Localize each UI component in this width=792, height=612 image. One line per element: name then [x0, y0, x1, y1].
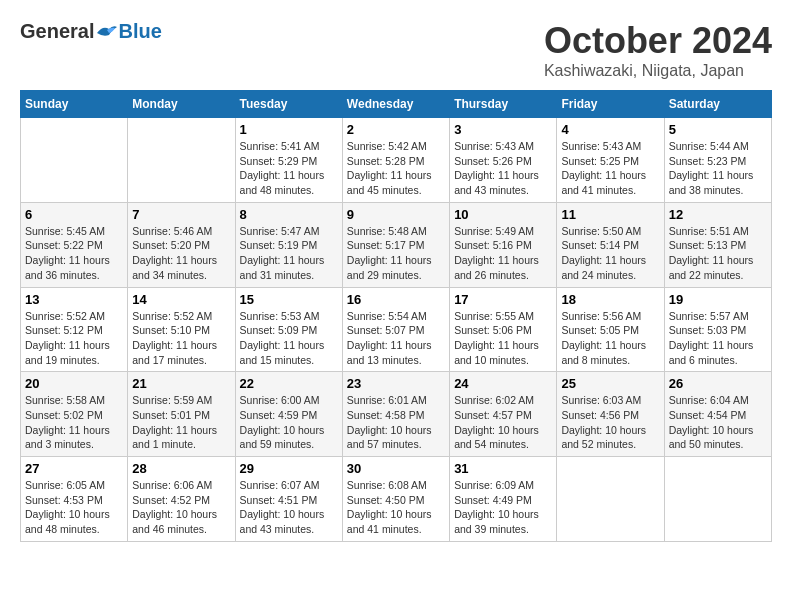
day-info: Sunrise: 6:02 AMSunset: 4:57 PMDaylight:…	[454, 393, 552, 452]
table-row: 6 Sunrise: 5:45 AMSunset: 5:22 PMDayligh…	[21, 202, 128, 287]
table-row: 22 Sunrise: 6:00 AMSunset: 4:59 PMDaylig…	[235, 372, 342, 457]
day-info: Sunrise: 5:53 AMSunset: 5:09 PMDaylight:…	[240, 309, 338, 368]
header-saturday: Saturday	[664, 91, 771, 118]
day-number: 6	[25, 207, 123, 222]
header-tuesday: Tuesday	[235, 91, 342, 118]
day-number: 8	[240, 207, 338, 222]
table-row: 20 Sunrise: 5:58 AMSunset: 5:02 PMDaylig…	[21, 372, 128, 457]
day-number: 24	[454, 376, 552, 391]
table-row: 13 Sunrise: 5:52 AMSunset: 5:12 PMDaylig…	[21, 287, 128, 372]
table-row: 17 Sunrise: 5:55 AMSunset: 5:06 PMDaylig…	[450, 287, 557, 372]
day-number: 26	[669, 376, 767, 391]
table-row: 7 Sunrise: 5:46 AMSunset: 5:20 PMDayligh…	[128, 202, 235, 287]
table-row: 19 Sunrise: 5:57 AMSunset: 5:03 PMDaylig…	[664, 287, 771, 372]
day-info: Sunrise: 5:48 AMSunset: 5:17 PMDaylight:…	[347, 224, 445, 283]
header-sunday: Sunday	[21, 91, 128, 118]
day-info: Sunrise: 5:57 AMSunset: 5:03 PMDaylight:…	[669, 309, 767, 368]
table-row: 21 Sunrise: 5:59 AMSunset: 5:01 PMDaylig…	[128, 372, 235, 457]
day-number: 9	[347, 207, 445, 222]
table-row: 28 Sunrise: 6:06 AMSunset: 4:52 PMDaylig…	[128, 457, 235, 542]
table-row: 1 Sunrise: 5:41 AMSunset: 5:29 PMDayligh…	[235, 118, 342, 203]
table-row: 16 Sunrise: 5:54 AMSunset: 5:07 PMDaylig…	[342, 287, 449, 372]
table-row	[664, 457, 771, 542]
table-row: 23 Sunrise: 6:01 AMSunset: 4:58 PMDaylig…	[342, 372, 449, 457]
logo: General Blue	[20, 20, 162, 43]
table-row: 12 Sunrise: 5:51 AMSunset: 5:13 PMDaylig…	[664, 202, 771, 287]
day-number: 21	[132, 376, 230, 391]
day-info: Sunrise: 5:45 AMSunset: 5:22 PMDaylight:…	[25, 224, 123, 283]
day-number: 20	[25, 376, 123, 391]
table-row: 24 Sunrise: 6:02 AMSunset: 4:57 PMDaylig…	[450, 372, 557, 457]
day-number: 30	[347, 461, 445, 476]
table-row: 29 Sunrise: 6:07 AMSunset: 4:51 PMDaylig…	[235, 457, 342, 542]
day-info: Sunrise: 5:50 AMSunset: 5:14 PMDaylight:…	[561, 224, 659, 283]
calendar-week-4: 20 Sunrise: 5:58 AMSunset: 5:02 PMDaylig…	[21, 372, 772, 457]
day-number: 4	[561, 122, 659, 137]
header-friday: Friday	[557, 91, 664, 118]
day-number: 23	[347, 376, 445, 391]
table-row: 11 Sunrise: 5:50 AMSunset: 5:14 PMDaylig…	[557, 202, 664, 287]
day-info: Sunrise: 5:43 AMSunset: 5:26 PMDaylight:…	[454, 139, 552, 198]
calendar-header-row: Sunday Monday Tuesday Wednesday Thursday…	[21, 91, 772, 118]
day-info: Sunrise: 6:01 AMSunset: 4:58 PMDaylight:…	[347, 393, 445, 452]
day-number: 19	[669, 292, 767, 307]
table-row: 4 Sunrise: 5:43 AMSunset: 5:25 PMDayligh…	[557, 118, 664, 203]
table-row: 18 Sunrise: 5:56 AMSunset: 5:05 PMDaylig…	[557, 287, 664, 372]
calendar-week-1: 1 Sunrise: 5:41 AMSunset: 5:29 PMDayligh…	[21, 118, 772, 203]
day-number: 5	[669, 122, 767, 137]
location-title: Kashiwazaki, Niigata, Japan	[544, 62, 772, 80]
table-row: 2 Sunrise: 5:42 AMSunset: 5:28 PMDayligh…	[342, 118, 449, 203]
day-info: Sunrise: 5:42 AMSunset: 5:28 PMDaylight:…	[347, 139, 445, 198]
day-number: 3	[454, 122, 552, 137]
day-number: 14	[132, 292, 230, 307]
table-row: 8 Sunrise: 5:47 AMSunset: 5:19 PMDayligh…	[235, 202, 342, 287]
day-info: Sunrise: 5:55 AMSunset: 5:06 PMDaylight:…	[454, 309, 552, 368]
day-number: 7	[132, 207, 230, 222]
logo-blue-text: Blue	[118, 20, 161, 43]
table-row: 25 Sunrise: 6:03 AMSunset: 4:56 PMDaylig…	[557, 372, 664, 457]
day-info: Sunrise: 5:41 AMSunset: 5:29 PMDaylight:…	[240, 139, 338, 198]
calendar-week-2: 6 Sunrise: 5:45 AMSunset: 5:22 PMDayligh…	[21, 202, 772, 287]
day-info: Sunrise: 6:00 AMSunset: 4:59 PMDaylight:…	[240, 393, 338, 452]
calendar-table: Sunday Monday Tuesday Wednesday Thursday…	[20, 90, 772, 542]
day-info: Sunrise: 5:49 AMSunset: 5:16 PMDaylight:…	[454, 224, 552, 283]
calendar-week-5: 27 Sunrise: 6:05 AMSunset: 4:53 PMDaylig…	[21, 457, 772, 542]
day-info: Sunrise: 5:46 AMSunset: 5:20 PMDaylight:…	[132, 224, 230, 283]
day-info: Sunrise: 6:06 AMSunset: 4:52 PMDaylight:…	[132, 478, 230, 537]
month-title: October 2024	[544, 20, 772, 62]
day-info: Sunrise: 6:09 AMSunset: 4:49 PMDaylight:…	[454, 478, 552, 537]
day-info: Sunrise: 5:51 AMSunset: 5:13 PMDaylight:…	[669, 224, 767, 283]
day-number: 29	[240, 461, 338, 476]
day-number: 18	[561, 292, 659, 307]
table-row: 9 Sunrise: 5:48 AMSunset: 5:17 PMDayligh…	[342, 202, 449, 287]
calendar-week-3: 13 Sunrise: 5:52 AMSunset: 5:12 PMDaylig…	[21, 287, 772, 372]
header-thursday: Thursday	[450, 91, 557, 118]
header-wednesday: Wednesday	[342, 91, 449, 118]
day-info: Sunrise: 5:58 AMSunset: 5:02 PMDaylight:…	[25, 393, 123, 452]
table-row	[128, 118, 235, 203]
logo-bird-svg	[95, 23, 117, 41]
table-row: 5 Sunrise: 5:44 AMSunset: 5:23 PMDayligh…	[664, 118, 771, 203]
day-info: Sunrise: 6:08 AMSunset: 4:50 PMDaylight:…	[347, 478, 445, 537]
day-info: Sunrise: 5:52 AMSunset: 5:12 PMDaylight:…	[25, 309, 123, 368]
day-info: Sunrise: 6:03 AMSunset: 4:56 PMDaylight:…	[561, 393, 659, 452]
table-row: 30 Sunrise: 6:08 AMSunset: 4:50 PMDaylig…	[342, 457, 449, 542]
day-number: 10	[454, 207, 552, 222]
table-row	[557, 457, 664, 542]
day-info: Sunrise: 6:05 AMSunset: 4:53 PMDaylight:…	[25, 478, 123, 537]
day-number: 1	[240, 122, 338, 137]
header-monday: Monday	[128, 91, 235, 118]
day-info: Sunrise: 5:59 AMSunset: 5:01 PMDaylight:…	[132, 393, 230, 452]
day-number: 12	[669, 207, 767, 222]
table-row	[21, 118, 128, 203]
day-info: Sunrise: 5:43 AMSunset: 5:25 PMDaylight:…	[561, 139, 659, 198]
day-number: 22	[240, 376, 338, 391]
logo-inner: General Blue	[20, 20, 162, 43]
day-number: 28	[132, 461, 230, 476]
page-header: General Blue October 2024 Kashiwazaki, N…	[20, 20, 772, 80]
table-row: 27 Sunrise: 6:05 AMSunset: 4:53 PMDaylig…	[21, 457, 128, 542]
day-info: Sunrise: 5:47 AMSunset: 5:19 PMDaylight:…	[240, 224, 338, 283]
day-number: 15	[240, 292, 338, 307]
day-number: 13	[25, 292, 123, 307]
table-row: 14 Sunrise: 5:52 AMSunset: 5:10 PMDaylig…	[128, 287, 235, 372]
